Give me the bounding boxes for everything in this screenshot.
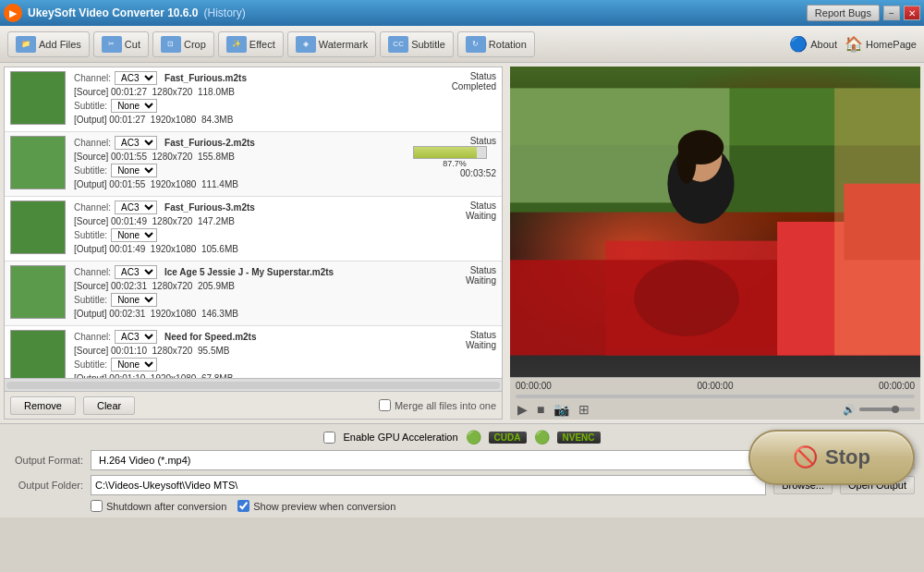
clear-button[interactable]: Clear [83, 396, 135, 415]
play-button[interactable]: ▶ [516, 402, 529, 417]
add-files-button[interactable]: 📁 Add Files [7, 31, 90, 57]
cut-button[interactable]: ✂ Cut [93, 31, 149, 57]
file-status: Status Completed [413, 71, 496, 91]
subtitle-select[interactable]: None [111, 228, 157, 242]
show-preview-option: Show preview when conversion [237, 500, 395, 512]
list-item: Channel: AC3 Fast_Furious-2.m2ts [Source… [5, 132, 502, 197]
format-select[interactable]: H.264 Video (*.mp4) [91, 450, 813, 470]
video-screen [510, 67, 920, 377]
show-preview-label: Show preview when conversion [253, 501, 395, 512]
time-current: 00:00:00 [698, 381, 734, 391]
bottom-area: Enable GPU Acceleration 🟢 CUDA 🟢 NVENC O… [0, 423, 924, 517]
list-item: Channel: AC3 Fast_Furious-3.m2ts [Source… [5, 197, 502, 262]
file-list-scroll[interactable]: Channel: AC3 Fast_Furious.m2ts [Source] … [5, 67, 502, 378]
subtitle-button[interactable]: CC Subtitle [380, 31, 454, 57]
subtitle-select[interactable]: None [111, 164, 157, 177]
video-progress-track[interactable] [516, 395, 915, 398]
minimize-button[interactable]: − [883, 6, 900, 20]
thumbnail [10, 201, 66, 254]
gpu-acceleration-label: Enable GPU Acceleration [343, 432, 457, 443]
thumbnail [10, 136, 66, 189]
svg-point-9 [634, 260, 739, 336]
time-row: 00:00:00 00:00:00 00:00:00 [516, 381, 915, 391]
subtitle-select[interactable]: None [111, 293, 157, 307]
app-logo: ▶ [4, 4, 22, 22]
list-item: Channel: AC3 Ice Age 5 Jessie J - My Sup… [5, 262, 502, 326]
subtitle-select[interactable]: None [111, 358, 157, 371]
nvenc-badge: NVENC [557, 432, 601, 444]
toolbar-nav: 🔵 About 🏠 HomePage [789, 35, 917, 53]
homepage-button[interactable]: 🏠 HomePage [845, 35, 917, 53]
thumbnail [10, 265, 66, 319]
show-preview-checkbox[interactable] [237, 500, 249, 512]
thumbnail [10, 71, 66, 125]
remove-button[interactable]: Remove [10, 396, 76, 415]
video-svg [510, 67, 920, 377]
file-list-area: Channel: AC3 Fast_Furious.m2ts [Source] … [4, 67, 503, 420]
file-status: Status 87.7% 00:03:52 [413, 136, 496, 178]
merge-checkbox[interactable] [379, 399, 391, 411]
watermark-icon: ◈ [296, 36, 316, 53]
channel-select[interactable]: AC3 [115, 136, 157, 150]
channel-select[interactable]: AC3 [115, 201, 157, 214]
file-status: Status Waiting [413, 330, 496, 350]
close-button[interactable]: ✕ [904, 6, 920, 20]
list-item: Channel: AC3 Need for Speed.m2ts [Source… [5, 326, 502, 378]
file-info: Channel: AC3 Fast_Furious-3.m2ts [Source… [74, 201, 409, 254]
volume-area: 🔊 [843, 404, 915, 416]
effect-icon: ✨ [226, 36, 247, 53]
folder-input[interactable] [91, 475, 766, 495]
stop-button[interactable]: ■ [535, 402, 546, 417]
screenshot-button[interactable]: 📷 [552, 402, 571, 417]
format-label: Output Format: [9, 455, 83, 466]
cut-icon: ✂ [102, 36, 122, 53]
report-bugs-button[interactable]: Report Bugs [807, 5, 880, 21]
stop-label: Stop [825, 445, 870, 469]
watermark-button[interactable]: ◈ Watermark [287, 31, 376, 57]
shutdown-option: Shutdown after conversion [91, 500, 226, 512]
subtitle-select[interactable]: None [111, 99, 157, 113]
toolbar: 📁 Add Files ✂ Cut ⊡ Crop ✨ Effect ◈ Wate… [0, 26, 924, 63]
crop-icon: ⊡ [161, 36, 181, 53]
title-bar: ▶ UkeySoft Video Converter 10.6.0 (Histo… [0, 0, 924, 26]
svg-point-6 [677, 141, 697, 183]
stop-button[interactable]: 🚫 Stop [748, 430, 915, 485]
cuda-badge: CUDA [489, 432, 527, 444]
horizontal-scrollbar[interactable] [5, 378, 502, 391]
about-button[interactable]: 🔵 About [789, 35, 837, 53]
shutdown-checkbox[interactable] [91, 500, 103, 512]
add-files-icon: 📁 [16, 36, 36, 53]
file-info: Channel: AC3 Need for Speed.m2ts [Source… [74, 330, 409, 378]
video-controls: 00:00:00 00:00:00 00:00:00 ▶ ■ 📷 ⊞ 🔊 [510, 377, 920, 420]
nvidia-icon: 🟢 [466, 430, 481, 444]
app-subtitle: (History) [204, 6, 246, 19]
options-row: Shutdown after conversion Show preview w… [9, 500, 915, 512]
file-info: Channel: AC3 Ice Age 5 Jessie J - My Sup… [74, 265, 409, 319]
file-status: Status Waiting [413, 201, 496, 221]
channel-select[interactable]: AC3 [115, 330, 157, 344]
home-icon: 🏠 [845, 35, 863, 53]
video-frame [510, 67, 920, 377]
nvidia-icon2: 🟢 [534, 430, 550, 444]
effect-button[interactable]: ✨ Effect [218, 31, 284, 57]
gpu-acceleration-checkbox[interactable] [323, 432, 335, 444]
subtitle-icon: CC [388, 36, 408, 53]
rotation-button[interactable]: ↻ Rotation [457, 31, 535, 57]
toolbar-tools: 📁 Add Files ✂ Cut ⊡ Crop ✨ Effect ◈ Wate… [7, 31, 535, 57]
fullscreen-button[interactable]: ⊞ [577, 402, 591, 417]
channel-select[interactable]: AC3 [115, 71, 157, 85]
merge-checkbox-area: Merge all files into one [379, 399, 496, 411]
video-preview: 00:00:00 00:00:00 00:00:00 ▶ ■ 📷 ⊞ 🔊 [506, 63, 924, 423]
time-start: 00:00:00 [516, 381, 552, 391]
volume-slider[interactable] [859, 408, 915, 411]
file-status: Status Waiting [413, 265, 496, 286]
crop-button[interactable]: ⊡ Crop [152, 31, 214, 57]
merge-label: Merge all files into one [395, 400, 496, 411]
progress-bar [413, 146, 487, 159]
stop-icon: 🚫 [793, 445, 818, 469]
stop-button-area: 🚫 Stop [748, 430, 915, 485]
title-bar-left: ▶ UkeySoft Video Converter 10.6.0 (Histo… [4, 4, 246, 22]
about-icon: 🔵 [789, 35, 808, 53]
thumbnail [10, 330, 66, 378]
channel-select[interactable]: AC3 [115, 265, 157, 279]
